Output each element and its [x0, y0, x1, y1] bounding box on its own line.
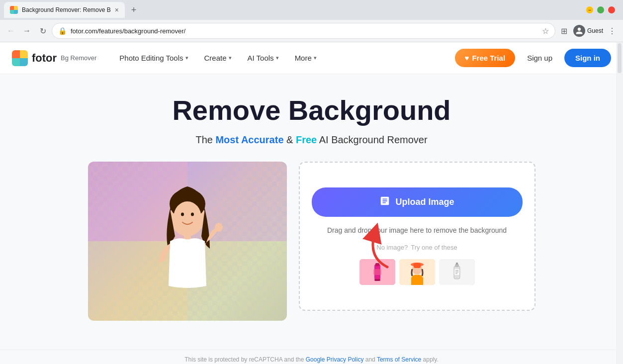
fotor-logo-icon: [12, 50, 28, 66]
tab-favicon: [10, 6, 18, 14]
footer-text-mid: and: [363, 356, 376, 363]
svg-point-2: [174, 201, 201, 233]
subtitle-accent2: Free: [296, 134, 317, 145]
nav-more-label: More: [295, 54, 312, 62]
hero-title: Remove Background: [172, 94, 450, 126]
header-actions: ♥ Free Trial Sign up Sign in: [455, 49, 611, 67]
upload-area[interactable]: Upload Image Drag and drop your image he…: [299, 162, 535, 311]
drag-drop-text: Drag and drop your image here to remove …: [327, 225, 507, 236]
upload-icon: [379, 195, 390, 209]
window-maximize-button[interactable]: [597, 6, 604, 13]
svg-point-3: [181, 213, 184, 216]
svg-rect-11: [374, 279, 380, 281]
forward-button[interactable]: →: [20, 24, 34, 38]
scrollbar[interactable]: [616, 42, 623, 364]
scrollbar-thumb[interactable]: [618, 43, 622, 73]
svg-rect-20: [456, 263, 458, 265]
free-trial-button[interactable]: ♥ Free Trial: [455, 49, 516, 67]
site-footer: This site is protected by reCAPTCHA and …: [0, 350, 623, 364]
address-text: fotor.com/features/background-remover/: [71, 27, 538, 35]
sample-image-3[interactable]: [439, 259, 475, 285]
free-trial-heart-icon: ♥: [465, 54, 469, 62]
hero-area: Upload Image Drag and drop your image he…: [88, 162, 535, 321]
red-arrow: [357, 222, 397, 272]
new-tab-button[interactable]: +: [127, 3, 141, 17]
sign-up-button[interactable]: Sign up: [521, 50, 558, 66]
subtitle-mid: &: [284, 134, 296, 145]
nav-ai-tools-label: AI Tools: [248, 54, 274, 62]
svg-rect-16: [414, 263, 421, 268]
lock-icon: 🔒: [58, 27, 67, 35]
free-trial-label: Free Trial: [472, 54, 505, 62]
footer-text-suffix: apply.: [421, 356, 438, 363]
svg-point-4: [191, 213, 194, 216]
reload-button[interactable]: ↻: [36, 24, 50, 38]
upload-image-button[interactable]: Upload Image: [312, 187, 523, 217]
nav-photo-editing[interactable]: Photo Editing Tools ▾: [112, 50, 195, 66]
svg-point-6: [215, 223, 223, 232]
nav-ai-tools[interactable]: AI Tools ▾: [241, 50, 286, 66]
extensions-icon[interactable]: ⊞: [557, 24, 571, 38]
browser-tab[interactable]: Background Remover: Remove B ×: [4, 2, 125, 18]
subtitle-accent1: Most Accurate: [215, 134, 283, 145]
tab-title: Background Remover: Remove B: [22, 6, 111, 13]
nav-more[interactable]: More ▾: [288, 50, 324, 66]
create-chevron-icon: ▾: [229, 55, 232, 61]
site-header: fotor Bg Remover Photo Editing Tools ▾ C…: [0, 42, 623, 74]
logo-badge: Bg Remover: [61, 54, 96, 62]
hero-subtitle: The Most Accurate & Free AI Background R…: [195, 134, 427, 146]
more-tools-button[interactable]: ⋮: [605, 24, 619, 38]
nav-photo-editing-label: Photo Editing Tools: [119, 54, 183, 62]
address-bar[interactable]: 🔒 fotor.com/features/background-remover/…: [52, 23, 555, 39]
guest-area[interactable]: Guest: [573, 25, 603, 37]
demo-image: [88, 162, 287, 321]
photo-editing-chevron-icon: ▾: [185, 55, 188, 61]
try-label: Try one of these: [411, 244, 457, 251]
nav-menu: Photo Editing Tools ▾ Create ▾ AI Tools …: [112, 50, 454, 66]
ai-tools-chevron-icon: ▾: [276, 55, 279, 61]
logo-text: fotor: [32, 52, 57, 65]
privacy-policy-link[interactable]: Google Privacy Policy: [306, 356, 364, 363]
footer-text-prefix: This site is protected by reCAPTCHA and …: [184, 356, 305, 363]
back-button[interactable]: ←: [4, 24, 18, 38]
tab-close-icon[interactable]: ×: [115, 6, 119, 14]
guest-label: Guest: [587, 27, 603, 34]
upload-button-label: Upload Image: [395, 197, 454, 207]
terms-of-service-link[interactable]: Terms of Service: [377, 356, 421, 363]
subtitle-suffix: AI Background Remover: [317, 134, 427, 145]
nav-create[interactable]: Create ▾: [197, 50, 239, 66]
subtitle-prefix: The: [195, 134, 215, 145]
window-close-button[interactable]: [608, 6, 615, 13]
logo-area[interactable]: fotor Bg Remover: [12, 50, 96, 66]
guest-avatar: [573, 25, 585, 37]
bookmark-icon[interactable]: ☆: [542, 26, 549, 36]
sign-in-button[interactable]: Sign in: [564, 49, 611, 67]
sample-image-2[interactable]: [399, 259, 435, 285]
person-illustration: [138, 177, 237, 321]
nav-create-label: Create: [204, 54, 227, 62]
more-chevron-icon: ▾: [314, 55, 317, 61]
main-content: Remove Background The Most Accurate & Fr…: [0, 74, 623, 350]
window-minimize-button[interactable]: –: [586, 6, 593, 13]
